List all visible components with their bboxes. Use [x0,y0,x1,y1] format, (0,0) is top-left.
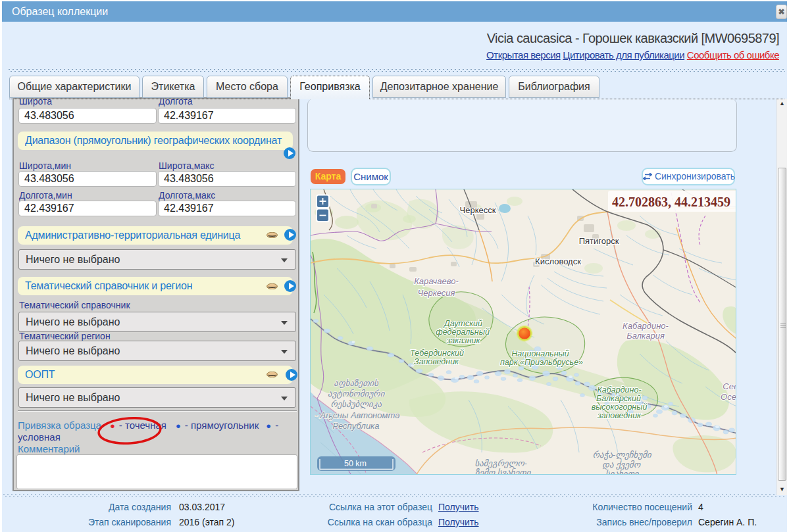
svg-text:федеральный: федеральный [436,327,490,337]
svg-text:- Аҧсны Автономтə: - Аҧсны Автономтə [315,410,400,420]
svg-text:Карачаево-: Карачаево- [414,276,459,286]
svg-text:სვანეთი: სვანეთი [605,469,640,475]
svg-text:ავტონომიური: ავტონომიური [328,389,386,399]
svg-text:Балкарский: Балкарский [596,394,641,403]
svg-text:Черкесия: Черкесия [417,288,455,298]
svg-text:Национальный: Национальный [511,349,569,358]
svg-text:Балкария: Балкария [626,331,665,341]
svg-text:Сев: Сев [723,381,736,391]
svg-text:заказник: заказник [446,336,481,345]
svg-text:50 km: 50 km [344,459,367,468]
svg-text:აფხაზეთის: აფხაზეთის [334,378,379,389]
svg-text:Осети: Осети [721,392,736,402]
svg-text:парк «Приэльбрусье»: парк «Приэльбрусье» [500,358,583,367]
svg-text:Кисловодск: Кисловодск [535,256,581,266]
svg-text:Кабардино-: Кабардино- [623,321,669,331]
svg-text:Даутский: Даутский [443,319,482,328]
svg-text:Тебердинский: Тебердинский [410,349,464,358]
svg-text:высокогорный: высокогорный [592,402,648,412]
svg-text:რაჭა-ლეჩხუმი: რაჭა-ლეჩხუმი [593,450,652,460]
svg-text:42.702863, 44.213459: 42.702863, 44.213459 [612,195,730,209]
svg-text:Заповедник: Заповедник [414,357,459,366]
svg-text:Черкесск: Черкесск [460,205,496,215]
svg-text:ზემო სვანეთი: ზემო სვანეთი [475,468,532,475]
svg-text:Пятигорск: Пятигорск [579,236,619,246]
svg-text:რესპუბლიკა: რესპუბლიკა [330,399,382,410]
svg-text:заповедник: заповедник [597,411,642,420]
svg-text:Кабардино-: Кабардино- [597,385,641,395]
svg-text:Республика: Республика [332,421,379,431]
